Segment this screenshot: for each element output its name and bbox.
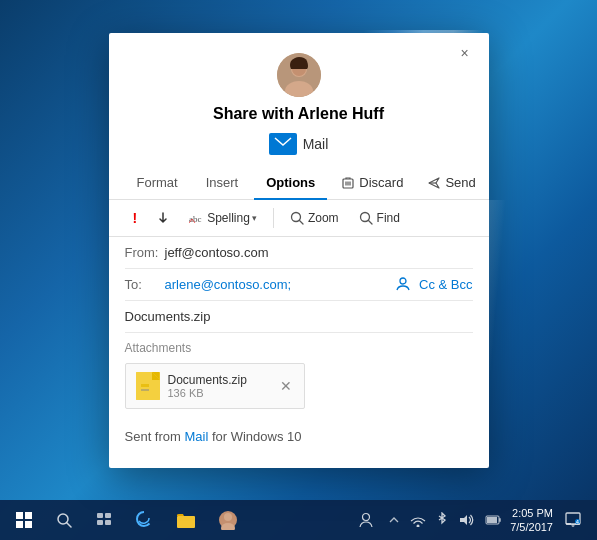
attachment-file-icon <box>136 372 160 400</box>
svg-rect-24 <box>105 513 111 518</box>
svg-rect-19 <box>141 384 149 387</box>
desktop: × Share with Arlene Huff <box>0 0 597 540</box>
tray-expand-button[interactable] <box>384 500 404 540</box>
file-explorer-button[interactable] <box>166 500 206 540</box>
from-value: jeff@contoso.com <box>165 245 473 260</box>
avatar <box>277 53 321 97</box>
svg-marker-17 <box>152 372 160 380</box>
to-value[interactable]: arlene@contoso.com; <box>165 277 396 292</box>
time-display: 2:05 PM <box>510 506 553 520</box>
search-button[interactable] <box>44 500 84 540</box>
svg-point-15 <box>400 278 406 284</box>
edge-button[interactable] <box>124 500 164 540</box>
send-button[interactable]: Send <box>417 169 485 196</box>
ribbon-sep1 <box>273 208 274 228</box>
spelling-chevron: ▾ <box>252 213 257 223</box>
modal-overlay: × Share with Arlene Huff <box>0 0 597 500</box>
format-red-button[interactable]: ! <box>125 206 146 230</box>
from-row: From: jeff@contoso.com <box>125 237 473 269</box>
down-arrow-button[interactable] <box>149 208 177 228</box>
sys-icons <box>352 500 504 540</box>
notification-button[interactable]: 4 <box>559 500 587 540</box>
chevron-up-icon <box>389 516 399 524</box>
toolbar-tabs: Format Insert Options Discard <box>109 167 489 200</box>
volume-icon <box>459 513 475 527</box>
task-view-button[interactable] <box>84 500 124 540</box>
people-tray-button[interactable] <box>352 500 380 540</box>
attachment-remove-button[interactable]: ✕ <box>278 376 294 396</box>
email-form: From: jeff@contoso.com To: arlene@contos… <box>109 237 489 417</box>
discard-button[interactable]: Discard <box>331 169 413 196</box>
svg-line-14 <box>368 220 372 224</box>
send-label: Send <box>445 175 475 190</box>
find-icon <box>359 211 373 225</box>
svg-line-22 <box>67 523 71 527</box>
people-icon <box>395 277 411 291</box>
task-view-icon <box>96 512 112 528</box>
taskbar-right: 2:05 PM 7/5/2017 4 <box>352 500 593 540</box>
tab-options[interactable]: Options <box>254 167 327 200</box>
send-icon <box>427 176 441 190</box>
start-button[interactable] <box>4 500 44 540</box>
find-button[interactable]: Find <box>351 207 408 229</box>
footer-after: for Windows 10 <box>208 429 301 444</box>
discard-label: Discard <box>359 175 403 190</box>
notification-icon: 4 <box>565 512 581 528</box>
attachment-size: 136 KB <box>168 387 270 399</box>
bluetooth-icon <box>436 512 448 528</box>
format-red-icon: ! <box>133 210 138 226</box>
down-arrow-icon <box>157 212 169 224</box>
taskbar: 2:05 PM 7/5/2017 4 <box>0 500 597 540</box>
toolbar-actions: Discard Send <box>331 169 485 196</box>
windows-icon <box>16 512 32 528</box>
clock[interactable]: 2:05 PM 7/5/2017 <box>510 506 553 535</box>
mail-label: Mail <box>303 136 329 152</box>
store-icon <box>218 510 238 530</box>
cc-bcc-label[interactable]: Cc & Bcc <box>419 277 472 292</box>
close-button[interactable]: × <box>453 41 477 65</box>
svg-rect-34 <box>487 517 497 523</box>
to-label: To: <box>125 277 165 292</box>
battery-button[interactable] <box>482 500 504 540</box>
tab-insert[interactable]: Insert <box>194 167 251 200</box>
to-row: To: arlene@contoso.com; Cc & Bcc <box>125 269 473 301</box>
zoom-icon <box>290 211 304 225</box>
footer: Sent from Mail for Windows 10 <box>109 417 489 444</box>
zoom-button[interactable]: Zoom <box>282 207 347 229</box>
share-dialog: × Share with Arlene Huff <box>109 33 489 468</box>
taskbar-icons <box>124 500 352 540</box>
date-display: 7/5/2017 <box>510 520 553 534</box>
svg-rect-23 <box>97 513 103 518</box>
attachments-section: Attachments Documents <box>125 333 473 417</box>
file-explorer-icon <box>176 511 196 529</box>
svg-point-32 <box>417 525 420 528</box>
to-actions[interactable]: Cc & Bcc <box>395 277 472 292</box>
svg-point-29 <box>224 513 232 521</box>
edge-icon <box>134 510 154 530</box>
bluetooth-button[interactable] <box>432 500 452 540</box>
attachment-item: Documents.zip 136 KB ✕ <box>125 363 305 409</box>
svg-point-31 <box>363 514 370 521</box>
tab-format[interactable]: Format <box>125 167 190 200</box>
find-label: Find <box>377 211 400 225</box>
footer-link[interactable]: Mail <box>184 429 208 444</box>
attachment-info: Documents.zip 136 KB <box>168 373 270 399</box>
zoom-label: Zoom <box>308 211 339 225</box>
svg-rect-27 <box>177 516 195 528</box>
spelling-dropdown[interactable]: abc Spelling ▾ <box>181 207 265 229</box>
discard-icon <box>341 176 355 190</box>
store-button[interactable] <box>208 500 248 540</box>
zip-file-icon <box>136 372 160 400</box>
dialog-header: Share with Arlene Huff Mail <box>109 33 489 167</box>
network-icon <box>410 513 426 527</box>
volume-button[interactable] <box>456 500 478 540</box>
from-label: From: <box>125 245 165 260</box>
mail-icon <box>269 133 297 155</box>
dialog-title: Share with Arlene Huff <box>129 105 469 123</box>
network-button[interactable] <box>408 500 428 540</box>
svg-text:4: 4 <box>576 519 579 525</box>
mail-badge: Mail <box>269 133 329 155</box>
people-tray-icon <box>358 512 374 528</box>
attachment-name: Documents.zip <box>168 373 270 387</box>
svg-line-12 <box>299 220 303 224</box>
